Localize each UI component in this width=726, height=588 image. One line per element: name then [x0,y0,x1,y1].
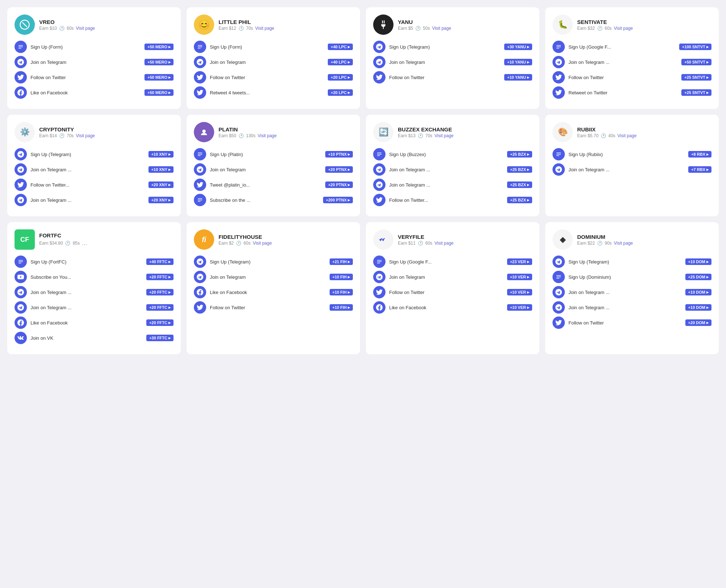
task-row[interactable]: Join on Telegram ...+10 DOM [552,301,711,314]
task-badge[interactable]: +10 FIH [330,274,353,280]
task-badge[interactable]: +20 LPC [328,89,353,96]
task-row[interactable]: Join on Telegram ...+25 BZX [373,163,532,176]
task-row[interactable]: Join on Telegram ...+20 XNY [15,194,174,206]
task-row[interactable]: Join on Telegram ...+7 RBX [552,163,711,176]
task-row[interactable]: Sign Up (FortFC)+40 FFTC [15,256,174,268]
task-badge[interactable]: +20 FFTC [146,289,174,295]
task-row[interactable]: Follow on Twitter...+20 XNY [15,179,174,191]
task-badge[interactable]: +100 SNTVT [679,44,711,50]
task-badge[interactable]: +10 DOM [685,304,711,311]
task-row[interactable]: Sign Up (Form)+40 LPC [194,41,353,53]
task-row[interactable]: Join on Telegram ...+25 BZX [373,179,532,191]
task-row[interactable]: Sign Up (Rubiix)+8 RBX [552,148,711,160]
task-badge[interactable]: +10 PTNX [325,151,353,158]
task-row[interactable]: Follow on Twitter+20 DOM [552,317,711,329]
task-badge[interactable]: +50 MERO [144,44,174,50]
task-row[interactable]: Sign Up (Form)+50 MERO [15,41,174,53]
task-badge[interactable]: +20 DOM [685,319,711,326]
task-badge[interactable]: +20 XNY [148,181,174,188]
task-badge[interactable]: +40 LPC [328,59,353,65]
task-row[interactable]: Sign Up (Platin)+10 PTNX [194,148,353,160]
task-badge[interactable]: +50 MERO [144,89,174,96]
task-row[interactable]: Follow on Twitter+10 VER [373,286,532,298]
task-row[interactable]: Join on Telegram ...+20 FFTC [15,301,174,314]
task-row[interactable]: Follow on Twitter+10 FIH [194,301,353,314]
visit-page-link[interactable]: Visit page [435,241,453,246]
task-badge[interactable]: +20 PTNX [325,166,353,173]
visit-page-link[interactable]: Visit page [435,133,453,138]
task-badge[interactable]: +10 DOM [685,258,711,265]
task-row[interactable]: Follow on Twitter+25 SNTVT [552,71,711,83]
task-badge[interactable]: +10 DOM [685,289,711,295]
task-row[interactable]: Join on Telegram+40 LPC [194,56,353,68]
task-row[interactable]: Sign Up (Dominium)+25 DOM [552,271,711,283]
visit-page-link[interactable]: Visit page [617,133,636,138]
task-badge[interactable]: +50 MERO [144,59,174,65]
task-row[interactable]: Like on Facebook+50 MERO [15,86,174,99]
more-options[interactable]: ... [82,239,87,247]
task-badge[interactable]: +10 VER [507,289,532,295]
task-row[interactable]: Sign Up (Telegram)+21 FIH [194,256,353,268]
visit-page-link[interactable]: Visit page [432,26,451,31]
task-badge[interactable]: +40 LPC [328,44,353,50]
task-row[interactable]: Join on Telegram ...+20 FFTC [15,286,174,298]
task-badge[interactable]: +10 XNY [148,151,174,158]
task-row[interactable]: Like on Facebook+10 FIH [194,286,353,298]
task-badge[interactable]: +20 LPC [328,74,353,81]
task-row[interactable]: Subscribe on the ...+200 PTNX [194,194,353,206]
task-badge[interactable]: +20 XNY [148,197,174,203]
task-row[interactable]: Join on Telegram ...+50 SNTVT [552,56,711,68]
task-row[interactable]: Sign Up (Telegram)+30 YANU [373,41,532,53]
task-row[interactable]: Tweet @platin_io...+20 PTNX [194,179,353,191]
task-badge[interactable]: +30 YANU [504,44,532,50]
task-row[interactable]: Join on Telegram+10 YANU [373,56,532,68]
task-badge[interactable]: +25 BZX [507,166,532,173]
task-badge[interactable]: +25 BZX [507,197,532,203]
task-row[interactable]: Sign Up (Google F...+100 SNTVT [552,41,711,53]
task-row[interactable]: Retweet on Twitter+25 SNTVT [552,86,711,99]
task-row[interactable]: Follow on Twitter+20 LPC [194,71,353,83]
task-badge[interactable]: +10 FIH [330,304,353,311]
task-row[interactable]: Subscribe on You...+20 FFTC [15,271,174,283]
task-badge[interactable]: +23 VER [507,258,532,265]
task-badge[interactable]: +25 SNTVT [681,74,711,81]
task-badge[interactable]: +20 FFTC [146,319,174,326]
task-badge[interactable]: +10 XNY [148,166,174,173]
visit-page-link[interactable]: Visit page [76,26,95,31]
task-badge[interactable]: +50 MERO [144,74,174,81]
task-row[interactable]: Sign Up (Telegram)+10 XNY [15,148,174,160]
task-row[interactable]: Join on VK+30 FFTC [15,332,174,344]
task-row[interactable]: Join on Telegram+20 PTNX [194,163,353,176]
task-row[interactable]: Join on Telegram ...+10 XNY [15,163,174,176]
task-badge[interactable]: +25 DOM [685,274,711,280]
task-badge[interactable]: +30 FFTC [146,335,174,341]
task-row[interactable]: Join on Telegram+10 VER [373,271,532,283]
task-row[interactable]: Join on Telegram+10 FIH [194,271,353,283]
task-row[interactable]: Sign Up (Google F...+23 VER [373,256,532,268]
task-badge[interactable]: +25 BZX [507,151,532,158]
visit-page-link[interactable]: Visit page [255,26,274,31]
task-badge[interactable]: +20 PTNX [325,181,353,188]
task-badge[interactable]: +7 RBX [688,166,711,173]
visit-page-link[interactable]: Visit page [258,133,277,138]
task-badge[interactable]: +10 YANU [504,59,532,65]
task-row[interactable]: Sign Up (Buzzex)+25 BZX [373,148,532,160]
task-row[interactable]: Retweet 4 tweets...+20 LPC [194,86,353,99]
task-badge[interactable]: +25 SNTVT [681,89,711,96]
task-badge[interactable]: +10 VER [507,304,532,311]
task-badge[interactable]: +21 FIH [330,258,353,265]
task-badge[interactable]: +25 BZX [507,181,532,188]
task-row[interactable]: Join on Telegram+50 MERO [15,56,174,68]
visit-page-link[interactable]: Visit page [614,241,633,246]
visit-page-link[interactable]: Visit page [253,241,272,246]
task-row[interactable]: Like on Facebook+10 VER [373,301,532,314]
task-badge[interactable]: +8 RBX [688,151,711,158]
task-badge[interactable]: +10 FIH [330,289,353,295]
visit-page-link[interactable]: Visit page [76,133,95,138]
task-row[interactable]: Follow on Twitter...+25 BZX [373,194,532,206]
task-badge[interactable]: +10 YANU [504,74,532,81]
task-row[interactable]: Join on Telegram ...+10 DOM [552,286,711,298]
task-badge[interactable]: +50 SNTVT [681,59,711,65]
task-row[interactable]: Follow on Twitter+10 YANU [373,71,532,83]
task-row[interactable]: Sign Up (Telegram)+10 DOM [552,256,711,268]
